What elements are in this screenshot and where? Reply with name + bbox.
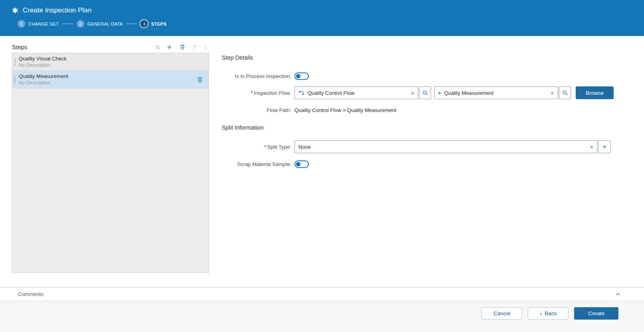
steps-panel-title: Steps [12,44,27,50]
back-button-label: Back [545,310,557,316]
inspection-flow-row: *Inspection Flow: × [222,86,644,99]
search-icon-button[interactable] [419,86,431,99]
inspection-flow-field[interactable]: × [294,86,418,99]
create-inspection-plan-window: ✱ Create Inspection Plan 1 CHANGE SET 2 … [0,0,644,332]
comments-bar[interactable]: Comments: [0,287,644,301]
main-content: Steps ↑↓ + ↑ ↓ Qualit [0,36,644,287]
wizard-stepper: 1 CHANGE SET 2 GENERAL DATA 3 STEPS [12,20,644,28]
flow-icon [298,90,304,96]
scrap-material-sample-toggle[interactable] [294,160,309,168]
step-1-circle: 1 [18,20,25,28]
drag-handle-icon[interactable] [14,76,16,83]
footer-actions: Cancel ‹ Back Create [0,301,644,332]
back-button[interactable]: ‹ Back [528,307,568,320]
inspection-flow-step-input[interactable] [444,90,548,96]
step-2-circle: 2 [77,20,84,28]
split-type-input[interactable] [298,144,586,150]
add-step-icon[interactable]: + [167,43,172,51]
browse-button[interactable]: Browse [576,86,614,99]
toggle-knob [296,162,300,166]
required-asterisk: * [264,144,266,150]
sort-steps-icon[interactable]: ↑↓ [155,44,159,50]
move-step-down-icon[interactable]: ↓ [204,44,208,50]
scrap-material-sample-row: Scrap Material Sample: [222,158,644,170]
step-3-circle: 3 [140,20,148,28]
wizard-step-general-data[interactable]: 2 GENERAL DATA [77,20,123,28]
inspection-flow-label-text: Inspection Flow: [254,90,291,96]
is-in-process-inspection-row: Is in Process Inspection: [222,70,644,82]
step-item-description: No Description [19,62,67,68]
back-chevron-icon: ‹ [540,310,542,317]
is-in-process-inspection-toggle[interactable] [294,72,309,80]
flow-path-label: Flow Path: [222,107,294,113]
step-connector [63,24,73,24]
split-type-label: *Split Type: [222,144,294,150]
required-asterisk: * [251,90,253,96]
steps-toolbar: ↑↓ + ↑ ↓ [155,43,209,51]
clear-icon[interactable]: × [411,90,414,96]
is-in-process-inspection-label: Is in Process Inspection: [222,73,294,79]
step-item-text: Quality Measurement No Description [19,73,68,86]
delete-item-trash-icon[interactable] [197,76,203,83]
search-icon-button[interactable] [559,86,571,99]
split-type-row: *Split Type: × [222,140,644,153]
step-item-description: No Description [19,80,68,86]
app-asterisk-icon: ✱ [12,7,18,14]
inspection-flow-step-combo: ● × [434,86,571,99]
inspection-flow-combo: × [294,86,431,99]
split-information-title: Split Information [222,124,644,131]
steps-list: Quality Visual Check No Description Qual… [12,53,209,273]
flow-path-row: Flow Path: Quality Control Flow > Qualit… [222,104,644,116]
inspection-flow-input[interactable] [308,90,407,96]
inspection-flow-label: *Inspection Flow: [222,90,294,96]
step-1-label: CHANGE SET [28,22,59,26]
step-item-text: Quality Visual Check No Description [19,56,67,68]
wizard-step-steps[interactable]: 3 STEPS [140,20,167,28]
step-item-name: Quality Visual Check [19,56,67,62]
page-title: Create Inspection Plan [23,6,91,14]
scrap-material-sample-label: Scrap Material Sample: [222,161,294,167]
wizard-step-change-set[interactable]: 1 CHANGE SET [18,20,59,28]
wizard-header: ✱ Create Inspection Plan 1 CHANGE SET 2 … [0,0,644,36]
inspection-flow-step-field[interactable]: ● × [434,86,558,99]
move-step-up-icon[interactable]: ↑ [193,44,197,50]
step-details-panel: Step Details Is in Process Inspection: *… [209,36,644,287]
clear-icon[interactable]: × [590,144,593,150]
step-details-title: Step Details [222,54,644,61]
split-type-label-text: Split Type: [267,144,291,150]
split-type-field[interactable]: × [294,140,597,153]
step-list-item-quality-visual-check[interactable]: Quality Visual Check No Description [12,53,209,71]
cancel-button[interactable]: Cancel [481,307,522,320]
title-row: ✱ Create Inspection Plan [12,4,644,16]
step-dot-icon: ● [438,91,441,95]
flow-path-value: Quality Control Flow > Quality Measureme… [294,107,396,113]
create-button[interactable]: Create [574,307,618,320]
step-item-name: Quality Measurement [19,73,68,79]
clear-icon[interactable]: × [551,90,554,96]
chevron-up-icon[interactable] [615,292,621,297]
step-3-label: STEPS [151,22,167,26]
step-list-item-quality-measurement[interactable]: Quality Measurement No Description [12,71,209,88]
steps-panel: Steps ↑↓ + ↑ ↓ Qualit [0,36,209,287]
split-type-select: × [294,140,611,153]
step-connector [126,24,137,24]
dropdown-chevron-icon[interactable] [598,140,611,153]
toggle-knob [296,74,300,78]
drag-handle-icon[interactable] [14,59,16,65]
delete-step-trash-icon[interactable] [179,44,185,50]
step-2-label: GENERAL DATA [87,22,123,26]
comments-label: Comments: [18,291,44,297]
steps-panel-header: Steps ↑↓ + ↑ ↓ [12,42,209,52]
